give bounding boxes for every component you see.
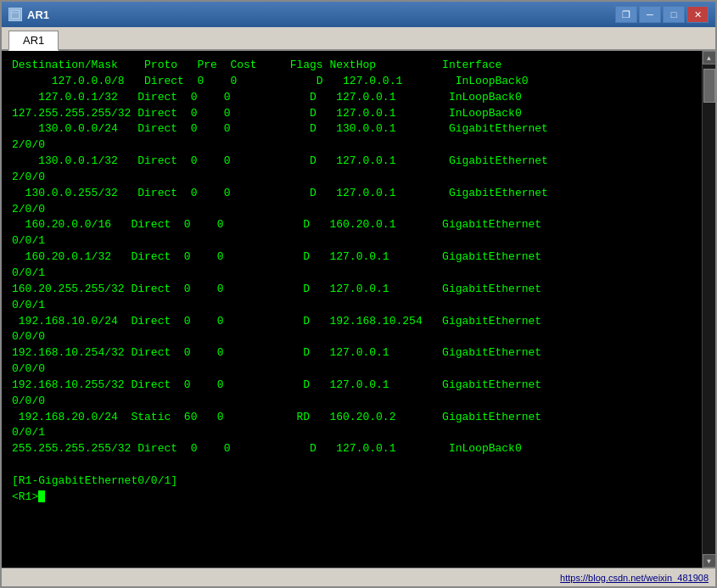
title-bar-left: AR1 <box>8 8 49 21</box>
minimize-button[interactable]: ─ <box>639 6 661 23</box>
app-icon <box>8 8 22 21</box>
maximize-button[interactable]: □ <box>663 6 685 23</box>
close-button[interactable]: ✕ <box>686 6 709 23</box>
terminal-cursor <box>38 490 45 502</box>
tab-ar1[interactable]: AR1 <box>8 31 59 51</box>
svg-rect-0 <box>11 10 20 19</box>
window-frame: AR1 ❐ ─ □ ✕ AR1 Destination/Mask Proto P… <box>0 0 717 588</box>
tab-bar: AR1 <box>2 27 715 51</box>
status-url: https://blog.csdn.net/weixin_481908 <box>560 573 709 583</box>
restore-button[interactable]: ❐ <box>615 6 637 23</box>
scroll-up-button[interactable]: ▲ <box>703 51 716 64</box>
status-bar: https://blog.csdn.net/weixin_481908 <box>2 568 715 586</box>
window-title: AR1 <box>27 8 49 21</box>
title-bar: AR1 ❐ ─ □ ✕ <box>2 2 715 27</box>
scroll-down-button[interactable]: ▼ <box>703 554 716 568</box>
title-bar-controls: ❐ ─ □ ✕ <box>615 6 709 23</box>
terminal-content[interactable]: Destination/Mask Proto Pre Cost Flags Ne… <box>2 51 702 568</box>
scroll-thumb[interactable] <box>703 69 715 103</box>
scrollbar[interactable]: ▲ ▼ <box>702 51 715 568</box>
terminal-area: Destination/Mask Proto Pre Cost Flags Ne… <box>2 51 715 568</box>
scroll-track[interactable] <box>703 64 715 554</box>
